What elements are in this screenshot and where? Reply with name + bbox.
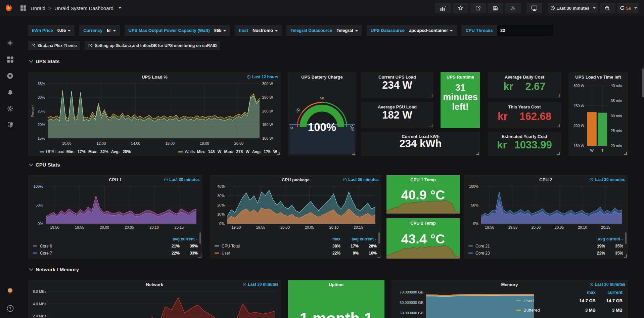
legend-sort-max[interactable]: max bbox=[322, 237, 340, 241]
ups-bar-chart[interactable]: 150 W200 W250 W300 W20 min25 min30 min35… bbox=[570, 82, 626, 154]
panel-title[interactable]: Average Daily Cost bbox=[488, 75, 561, 80]
ups-load-chart[interactable]: 15%20%25%30%35%100 W150 W200 W250 W300 W… bbox=[30, 82, 279, 146]
breadcrumb-section[interactable]: Unraid bbox=[31, 5, 45, 11]
resize-handle[interactable] bbox=[429, 124, 432, 127]
cycle-view-button[interactable] bbox=[526, 3, 542, 13]
panel-title[interactable]: UPS Load vs Time left bbox=[568, 75, 628, 80]
resize-handle[interactable] bbox=[456, 210, 459, 213]
resize-handle[interactable] bbox=[476, 124, 479, 127]
panel-title[interactable]: CPU 1 Temp bbox=[386, 177, 460, 182]
legend-row[interactable]: Core 2119%35% bbox=[467, 242, 623, 249]
admin-shield-icon[interactable] bbox=[6, 121, 14, 129]
help-icon[interactable]: ? bbox=[6, 304, 14, 312]
legend-sort-current[interactable]: current bbox=[359, 237, 377, 241]
resize-handle[interactable] bbox=[476, 152, 479, 155]
legend-row[interactable]: Core 621%39% bbox=[32, 242, 198, 249]
dashboard-settings-button[interactable] bbox=[505, 3, 521, 13]
time-range-picker[interactable]: Last 30 minutes bbox=[548, 3, 598, 13]
explore-compass-icon[interactable] bbox=[6, 72, 14, 80]
title-caret-icon[interactable] bbox=[119, 7, 121, 9]
legend-row[interactable]: CPU Total38%17%28% bbox=[213, 242, 377, 249]
legend-row[interactable]: Core 2322%35% bbox=[467, 249, 623, 257]
variable-host[interactable]: hostNostromo bbox=[235, 25, 282, 36]
refresh-interval-label[interactable]: 5s bbox=[626, 6, 631, 11]
user-avatar[interactable] bbox=[6, 287, 14, 295]
variable-value[interactable]: Nostromo bbox=[252, 28, 278, 33]
resize-handle[interactable] bbox=[557, 152, 560, 155]
resize-handle[interactable] bbox=[377, 255, 380, 258]
variable-value[interactable]: Telegraf bbox=[336, 28, 358, 33]
legend-scrollbar[interactable] bbox=[199, 232, 201, 244]
cpu1-chart[interactable]: 0%50%100%19:5019:5520:0020:0520:1020:15 bbox=[30, 184, 200, 230]
legend-sort-current[interactable]: current bbox=[180, 237, 198, 241]
network-chart[interactable]: 2.0 MBs4.0 MBs6.0 MBs bbox=[30, 288, 279, 318]
alerting-bell-icon[interactable] bbox=[6, 88, 14, 96]
variable-ups-max-output-power-capacity-watt-[interactable]: UPS Max Output Power Capacity (Watt)865 bbox=[125, 25, 230, 36]
panel-title[interactable]: Uptime bbox=[288, 282, 384, 287]
battery-gauge[interactable]: 02050100100% bbox=[290, 82, 354, 154]
panel-time-range-link[interactable]: Last 30 minutes bbox=[242, 282, 278, 287]
resize-handle[interactable] bbox=[557, 124, 560, 127]
legend-sort-max[interactable]: max bbox=[569, 290, 596, 295]
variable-value[interactable]: kr bbox=[107, 28, 116, 33]
grafana-logo[interactable] bbox=[3, 2, 14, 14]
legend-scrollbar[interactable] bbox=[378, 232, 380, 244]
cpu2-chart[interactable]: 0%50%100%19:5019:5520:0020:0520:1020:15 bbox=[466, 184, 626, 230]
resize-handle[interactable] bbox=[557, 94, 560, 97]
dashboard-link[interactable]: Setting up Grafana and InfluxDB for UPS … bbox=[85, 41, 220, 50]
resize-handle[interactable] bbox=[624, 255, 627, 258]
legend-sort-current[interactable]: current bbox=[596, 290, 623, 295]
resize-handle[interactable] bbox=[624, 152, 627, 155]
section-network-memory[interactable]: Network / Memory bbox=[30, 267, 79, 272]
variable-value[interactable]: apcupsd-container bbox=[409, 28, 453, 33]
resize-handle[interactable] bbox=[277, 152, 280, 155]
panel-time-range-link[interactable]: Last 30 minutes bbox=[589, 282, 625, 287]
variable-currency[interactable]: Currencykr bbox=[79, 25, 120, 36]
resize-handle[interactable] bbox=[456, 255, 459, 258]
variable-value[interactable]: 865 bbox=[214, 28, 226, 33]
panel-time-range-link[interactable]: Last 30 minutes bbox=[164, 177, 200, 182]
legend-sort-current[interactable]: current bbox=[605, 237, 623, 241]
variable-value[interactable]: 0.65 bbox=[57, 28, 71, 33]
panel-title[interactable]: Average PSU Load bbox=[361, 104, 433, 109]
variable-telegraf-datasource[interactable]: Telegraf DatasourceTelegraf bbox=[286, 25, 362, 36]
legend-item[interactable]: WattsMin: 148 W Max: 278 W Avg: 175 W bbox=[178, 149, 277, 154]
page-scrollbar-thumb[interactable] bbox=[642, 69, 644, 97]
panel-title[interactable]: Estimated Yearly Cost bbox=[488, 134, 561, 139]
panel-title[interactable]: UPS Load % bbox=[28, 75, 281, 80]
resize-handle[interactable] bbox=[429, 94, 432, 97]
panel-title[interactable]: This Years Cost bbox=[488, 104, 561, 109]
refresh-caret-icon[interactable] bbox=[634, 7, 637, 9]
star-button[interactable] bbox=[453, 3, 468, 13]
legend-sort-avg[interactable]: avg bbox=[162, 237, 180, 241]
panel-title[interactable]: Current Load kWh bbox=[361, 134, 480, 139]
configuration-gear-icon[interactable] bbox=[6, 104, 14, 112]
zoom-out-button[interactable] bbox=[600, 3, 615, 13]
panel-title[interactable]: UPS Battery Charge bbox=[288, 75, 356, 80]
legend-item[interactable]: UPS LoadMin: 17% Max: 32% Avg: 20% bbox=[40, 149, 131, 154]
legend-row[interactable]: Used14.7 GB14.7 GB bbox=[515, 296, 623, 305]
resize-handle[interactable] bbox=[352, 152, 355, 155]
section-ups-stats[interactable]: UPS Stats bbox=[30, 58, 60, 64]
panel-title[interactable]: CPU 2 Temp bbox=[386, 221, 460, 226]
legend-row[interactable]: User22%9%16% bbox=[213, 249, 377, 257]
panel-time-range-link[interactable]: Last 30 minutes bbox=[589, 177, 625, 182]
legend-scrollbar[interactable] bbox=[625, 232, 627, 244]
page-title[interactable]: Unraid System Dashboard bbox=[54, 5, 113, 11]
panel-title[interactable]: UPS Runtime bbox=[441, 75, 480, 80]
variable-input[interactable] bbox=[497, 25, 553, 36]
panel-time-range-link[interactable]: Last 30 minutes bbox=[343, 177, 379, 182]
dashboards-icon[interactable] bbox=[6, 55, 14, 63]
save-button[interactable] bbox=[488, 3, 503, 13]
variable-cpu-threads[interactable]: CPU Threads bbox=[461, 25, 553, 36]
create-plus-icon[interactable] bbox=[6, 39, 14, 47]
variable-kwh-price[interactable]: kWh Price0.65 bbox=[28, 25, 75, 36]
dashboard-link[interactable]: Grafana Plex Theme bbox=[28, 41, 80, 50]
dashboard-grid-icon[interactable] bbox=[19, 4, 27, 12]
legend-row[interactable]: Core 722%33% bbox=[32, 249, 198, 257]
section-cpu-stats[interactable]: CPU Stats bbox=[30, 162, 60, 168]
add-panel-button[interactable] bbox=[435, 3, 451, 13]
panel-title[interactable]: Current UPS Load bbox=[361, 75, 433, 80]
resize-handle[interactable] bbox=[198, 255, 201, 258]
refresh-button[interactable]: 5s bbox=[617, 3, 639, 13]
